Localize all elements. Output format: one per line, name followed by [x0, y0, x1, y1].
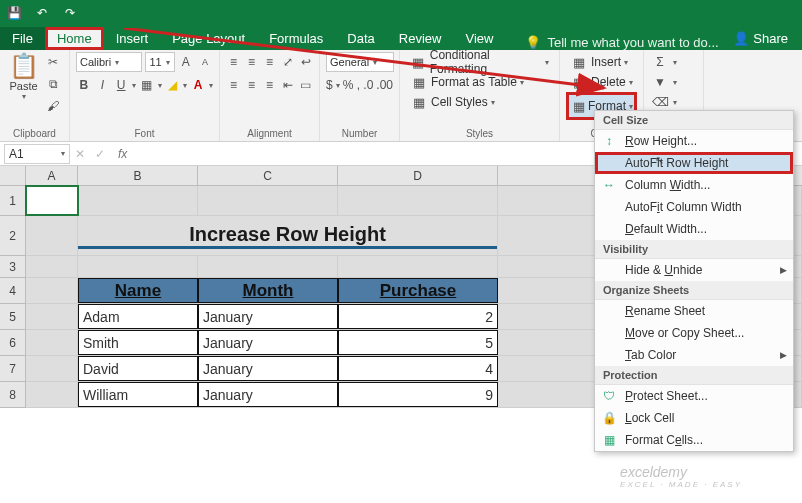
- merge-icon[interactable]: ▭: [298, 75, 313, 95]
- col-header-A[interactable]: A: [26, 166, 78, 185]
- cut-icon[interactable]: ✂: [43, 52, 63, 72]
- align-bottom-icon[interactable]: ≡: [262, 52, 277, 72]
- clear-icon[interactable]: ⌫: [650, 92, 670, 112]
- row-header-2[interactable]: 2: [0, 216, 26, 256]
- mi-autofit-row-height[interactable]: AutoFi↖t Row HeightAutoFit Row Height: [595, 152, 793, 174]
- format-painter-icon[interactable]: 🖌: [43, 96, 63, 116]
- row-header-8[interactable]: 8: [0, 382, 26, 408]
- conditional-formatting-button[interactable]: ▦Conditional Formatting▾: [406, 52, 553, 72]
- accounting-icon[interactable]: $: [326, 75, 333, 95]
- grow-font-icon[interactable]: A: [178, 52, 194, 72]
- align-middle-icon[interactable]: ≡: [244, 52, 259, 72]
- border-icon[interactable]: ▦: [139, 75, 155, 95]
- mi-lock-cell[interactable]: 🔒Lock CellLock Cell: [595, 407, 793, 429]
- cancel-icon[interactable]: ✕: [70, 144, 90, 164]
- cell[interactable]: [198, 186, 338, 215]
- decrease-indent-icon[interactable]: ⇤: [280, 75, 295, 95]
- copy-icon[interactable]: ⧉: [43, 74, 63, 94]
- table-cell[interactable]: January: [198, 356, 338, 381]
- insert-cells-button[interactable]: ▦Insert▾: [566, 52, 637, 72]
- row-header-5[interactable]: 5: [0, 304, 26, 330]
- table-cell[interactable]: January: [198, 382, 338, 407]
- table-header-month[interactable]: Month: [198, 278, 338, 303]
- paste-button[interactable]: 📋 Paste ▾: [6, 52, 41, 116]
- increase-decimal-icon[interactable]: .0: [363, 75, 373, 95]
- table-cell[interactable]: 4: [338, 356, 498, 381]
- tab-page-layout[interactable]: Page Layout: [160, 27, 257, 50]
- underline-icon[interactable]: U: [113, 75, 129, 95]
- shrink-font-icon[interactable]: A: [197, 52, 213, 72]
- decrease-decimal-icon[interactable]: .00: [376, 75, 393, 95]
- row-header-7[interactable]: 7: [0, 356, 26, 382]
- cell[interactable]: [26, 356, 78, 381]
- redo-icon[interactable]: ↷: [56, 0, 84, 26]
- cell[interactable]: [26, 304, 78, 329]
- align-top-icon[interactable]: ≡: [226, 52, 241, 72]
- tab-insert[interactable]: Insert: [104, 27, 161, 50]
- table-header-name[interactable]: Name: [78, 278, 198, 303]
- orientation-icon[interactable]: ⤢: [280, 52, 295, 72]
- cell-title[interactable]: Increase Row Height: [78, 216, 498, 255]
- bold-icon[interactable]: B: [76, 75, 92, 95]
- fill-color-icon[interactable]: ◢: [165, 75, 181, 95]
- cell[interactable]: [26, 330, 78, 355]
- mi-hide-unhide[interactable]: Hide & UnhideHide & Unhide▶: [595, 259, 793, 281]
- table-cell[interactable]: 2: [338, 304, 498, 329]
- table-cell[interactable]: Adam: [78, 304, 198, 329]
- mi-protect-sheet[interactable]: 🛡Protect Sheet...Protect Sheet...: [595, 385, 793, 407]
- table-header-purchase[interactable]: Purchase: [338, 278, 498, 303]
- cell[interactable]: [338, 186, 498, 215]
- cell[interactable]: [26, 382, 78, 407]
- align-left-icon[interactable]: ≡: [226, 75, 241, 95]
- share-button[interactable]: 👤 Share: [719, 27, 802, 50]
- align-right-icon[interactable]: ≡: [262, 75, 277, 95]
- mi-column-width[interactable]: ↔Column Width...Column Width...: [595, 174, 793, 196]
- table-cell[interactable]: January: [198, 304, 338, 329]
- col-header-D[interactable]: D: [338, 166, 498, 185]
- mi-tab-color[interactable]: Tab ColorTab Color▶: [595, 344, 793, 366]
- table-cell[interactable]: 5: [338, 330, 498, 355]
- cell-styles-button[interactable]: ▦Cell Styles▾: [406, 92, 553, 112]
- cell[interactable]: [78, 256, 198, 277]
- save-icon[interactable]: 💾: [0, 0, 28, 26]
- tab-data[interactable]: Data: [335, 27, 386, 50]
- row-header-4[interactable]: 4: [0, 278, 26, 304]
- font-name-combo[interactable]: Calibri▾: [76, 52, 142, 72]
- delete-cells-button[interactable]: ▦Delete▾: [566, 72, 637, 92]
- col-header-C[interactable]: C: [198, 166, 338, 185]
- autosum-icon[interactable]: Σ: [650, 52, 670, 72]
- mi-format-cells[interactable]: ▦Format Cells...Format Cells...: [595, 429, 793, 451]
- cell[interactable]: [26, 216, 78, 255]
- fx-icon[interactable]: fx: [110, 147, 135, 161]
- mi-default-width[interactable]: Default Width...Default Width...: [595, 218, 793, 240]
- font-size-combo[interactable]: 11▾: [145, 52, 174, 72]
- row-header-6[interactable]: 6: [0, 330, 26, 356]
- enter-icon[interactable]: ✓: [90, 144, 110, 164]
- name-box[interactable]: A1▾: [4, 144, 70, 164]
- cell[interactable]: [198, 256, 338, 277]
- col-header-B[interactable]: B: [78, 166, 198, 185]
- number-format-combo[interactable]: General▾: [326, 52, 394, 72]
- comma-icon[interactable]: ,: [356, 75, 360, 95]
- cell[interactable]: [26, 256, 78, 277]
- fill-icon[interactable]: ▼: [650, 72, 670, 92]
- table-cell[interactable]: 9: [338, 382, 498, 407]
- cell[interactable]: [338, 256, 498, 277]
- tab-review[interactable]: Review: [387, 27, 454, 50]
- mi-autofit-col-width[interactable]: AutoFit Column WidthAutoFit Column Width: [595, 196, 793, 218]
- font-color-icon[interactable]: A: [190, 75, 206, 95]
- cell[interactable]: [78, 186, 198, 215]
- wrap-text-icon[interactable]: ↩: [298, 52, 313, 72]
- tab-view[interactable]: View: [453, 27, 505, 50]
- cell[interactable]: [26, 278, 78, 303]
- tell-me-box[interactable]: 💡 Tell me what you want to do...: [525, 35, 718, 50]
- tab-formulas[interactable]: Formulas: [257, 27, 335, 50]
- row-header-3[interactable]: 3: [0, 256, 26, 278]
- table-cell[interactable]: William: [78, 382, 198, 407]
- percent-icon[interactable]: %: [343, 75, 354, 95]
- mi-rename-sheet[interactable]: Rename SheetRename Sheet: [595, 300, 793, 322]
- mi-move-copy[interactable]: Move or Copy Sheet...Move or Copy Sheet.…: [595, 322, 793, 344]
- align-center-icon[interactable]: ≡: [244, 75, 259, 95]
- row-header-1[interactable]: 1: [0, 186, 26, 216]
- table-cell[interactable]: January: [198, 330, 338, 355]
